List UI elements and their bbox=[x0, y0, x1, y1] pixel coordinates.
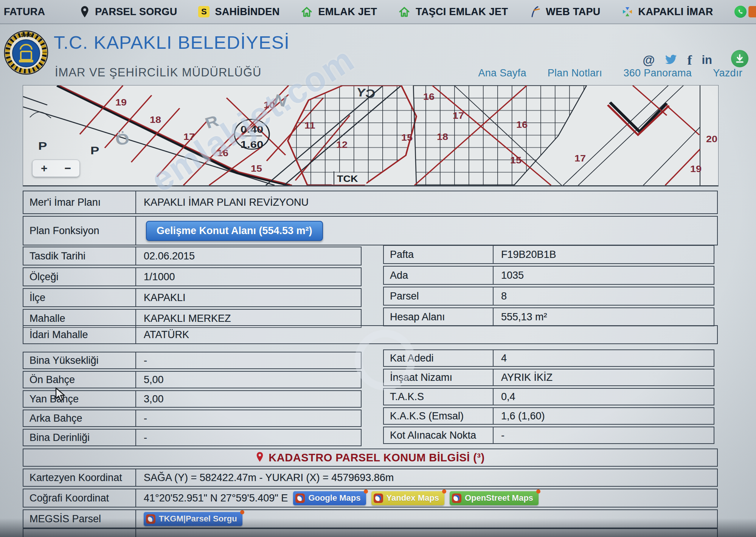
table-row: Kat Adedi 4 bbox=[383, 349, 714, 367]
map-service-icon bbox=[374, 494, 383, 503]
instagram-icon[interactable]: @ bbox=[643, 53, 655, 67]
page-subtitle: İMAR VE ŞEHİRCİLİK MÜDÜRLÜĞÜ bbox=[55, 66, 261, 79]
building-left-table: Bina Yüksekliği - Ön Bahçe 5,00 Yan Bahç… bbox=[23, 352, 362, 448]
row-label: Coğrafi Koordinat bbox=[23, 489, 136, 507]
bookmarks-bar: FATURA PARSEL SORGU S SAHİBİNDEN EMLAK J… bbox=[0, 0, 756, 24]
svg-text:15: 15 bbox=[510, 155, 522, 165]
zoom-out-button[interactable]: − bbox=[64, 163, 71, 174]
svg-text:16: 16 bbox=[217, 148, 228, 158]
map-service-icon bbox=[146, 514, 155, 524]
table-row: Açıklama bbox=[23, 528, 718, 537]
aciklama-table: Açıklama bbox=[23, 528, 718, 537]
svg-text:YϽ: YϽ bbox=[355, 85, 376, 101]
svg-text:15: 15 bbox=[251, 164, 262, 174]
row-value: 1,6 (1,60) bbox=[494, 408, 714, 424]
row-label: Mahalle bbox=[23, 310, 136, 327]
table-row: Kartezyen Koordinat SAĞA (Y) = 582422.47… bbox=[23, 469, 718, 487]
row-value: KAPAKLI İMAR PLANI REVİZYONU bbox=[136, 191, 717, 213]
sahibinden-s-icon: S bbox=[198, 6, 210, 17]
green-house-icon bbox=[398, 6, 410, 17]
svg-text:20: 20 bbox=[706, 134, 717, 144]
svg-text:15: 15 bbox=[401, 133, 413, 143]
row-value: 8 bbox=[494, 287, 714, 305]
row-value: 0,4 bbox=[494, 389, 714, 405]
svg-text:Ö: Ö bbox=[113, 129, 131, 149]
nav-plan-notlari[interactable]: Plan Notları bbox=[548, 67, 602, 79]
kadastro-section: KADASTRO PARSEL KONUM BİLGİSİ (³) Kartez… bbox=[23, 449, 718, 530]
table-row: Tasdik Tarihi 02.06.2015 bbox=[23, 247, 362, 265]
row-value: - bbox=[494, 427, 714, 443]
svg-text:17: 17 bbox=[183, 132, 195, 141]
table-row: Yan Bahçe 3,00 bbox=[23, 390, 362, 408]
logo-year: 1950 bbox=[21, 33, 32, 38]
row-label: Bina Derinliği bbox=[23, 430, 136, 445]
facebook-icon[interactable]: f bbox=[687, 52, 692, 68]
table-row: Kot Alınacak Nokta - bbox=[383, 427, 714, 444]
row-value: AYRIK İKİZ bbox=[494, 369, 714, 385]
zoom-in-button[interactable]: + bbox=[41, 163, 48, 174]
table-row: İlçe KAPAKLI bbox=[23, 288, 362, 307]
table-row: Bina Derinliği - bbox=[23, 429, 362, 446]
table-row: T.A.K.S 0,4 bbox=[383, 388, 714, 405]
bookmark-partial-favicon[interactable] bbox=[748, 6, 756, 17]
idari-mahalle-table: İdari Mahalle ATATÜRK bbox=[23, 325, 718, 346]
page-title: T.C. KAPAKLI BELEDİYESİ bbox=[54, 32, 290, 53]
row-label: Kat Adedi bbox=[384, 350, 494, 366]
yandex-maps-button[interactable]: Yandex Maps bbox=[371, 491, 444, 505]
bookmark-kapakli-imar[interactable]: KAPAKLI İMAR bbox=[622, 6, 713, 18]
row-label: Arka Bahçe bbox=[23, 410, 136, 426]
row-value: 4 bbox=[494, 350, 714, 366]
row-label: Kot Alınacak Nokta bbox=[384, 427, 494, 443]
tkgm-parsel-sorgu-button[interactable]: TKGM|Parsel Sorgu bbox=[144, 512, 242, 526]
row-value: 02.06.2015 bbox=[136, 247, 361, 265]
row-label: T.A.K.S bbox=[384, 389, 494, 405]
row-label: İlçe bbox=[23, 289, 136, 306]
svg-text:17: 17 bbox=[574, 154, 586, 163]
row-value bbox=[136, 529, 717, 537]
table-row: Plan Fonksiyon Gelişme Konut Alanı (554.… bbox=[23, 216, 718, 245]
svg-text:18: 18 bbox=[150, 115, 161, 125]
geo-coordinate-text: 41°20'52.951" N 27°59'5.409" E bbox=[144, 492, 288, 504]
row-value: 5,00 bbox=[136, 372, 361, 388]
green-house-icon bbox=[301, 6, 313, 17]
row-value: 555,13 m² bbox=[494, 308, 714, 326]
bookmark-fatura[interactable]: FATURA bbox=[4, 6, 45, 18]
nav-ana-sayfa[interactable]: Ana Sayfa bbox=[478, 67, 526, 79]
zoning-plan-drawing: 0.40 1.60 PP1918171615ÖRN101112YϽ1617181… bbox=[23, 85, 718, 185]
table-row: İnşaat Nizamı AYRIK İKİZ bbox=[383, 369, 714, 386]
svg-text:P: P bbox=[90, 144, 99, 157]
map-service-icon bbox=[295, 494, 305, 503]
nav-yazdir[interactable]: Yazdır bbox=[713, 67, 742, 79]
linkedin-icon[interactable]: in bbox=[702, 53, 712, 67]
red-pin-icon bbox=[256, 451, 264, 464]
plan-fonksiyon-button[interactable]: Gelişme Konut Alanı (554.53 m²) bbox=[146, 221, 323, 241]
row-label: K.A.K.S (Emsal) bbox=[384, 408, 494, 424]
compass-star-icon bbox=[622, 6, 633, 17]
twitter-icon[interactable] bbox=[664, 54, 677, 66]
bookmark-emlak-jet[interactable]: EMLAK JET bbox=[301, 6, 377, 18]
table-row: Ölçeği 1/1000 bbox=[23, 267, 362, 286]
bookmark-parsel-sorgu[interactable]: PARSEL SORGU bbox=[80, 6, 177, 18]
row-value: 1035 bbox=[494, 267, 714, 284]
bookmark-label: PARSEL SORGU bbox=[95, 6, 177, 18]
plan-info-table: Mer'i İmar Planı KAPAKLI İMAR PLANI REVİ… bbox=[23, 191, 718, 247]
google-maps-button[interactable]: Google Maps bbox=[293, 491, 366, 505]
button-label: TKGM|Parsel Sorgu bbox=[159, 514, 237, 524]
table-row: Pafta F19B20B1B bbox=[383, 245, 714, 264]
row-value: KAPAKLI MERKEZ bbox=[136, 310, 361, 327]
nav-360-panorama[interactable]: 360 Panorama bbox=[623, 67, 692, 79]
bookmark-sahibinden[interactable]: S SAHİBİNDEN bbox=[198, 6, 279, 18]
bookmark-label: FATURA bbox=[4, 6, 45, 18]
table-row: Bina Yüksekliği - bbox=[23, 352, 362, 369]
openstreet-maps-button[interactable]: OpenStreet Maps bbox=[450, 491, 539, 505]
table-row: Hesap Alanı 555,13 m² bbox=[383, 307, 714, 326]
table-row: MEGSİS Parsel TKGM|Parsel Sorgu bbox=[23, 509, 718, 528]
row-label: Tasdik Tarihi bbox=[23, 247, 136, 265]
download-icon[interactable] bbox=[731, 50, 748, 67]
bookmark-tasci-emlak-jet[interactable]: TAŞCI EMLAK JET bbox=[398, 6, 508, 18]
zoning-map[interactable]: 0.40 1.60 PP1918171615ÖRN101112YϽ1617181… bbox=[23, 85, 719, 186]
map-zoom-control: + − bbox=[32, 160, 80, 177]
bookmark-web-tapu[interactable]: WEB TAPU bbox=[529, 6, 600, 18]
pen-signature-icon bbox=[529, 6, 540, 18]
table-row: Parsel 8 bbox=[383, 287, 714, 306]
